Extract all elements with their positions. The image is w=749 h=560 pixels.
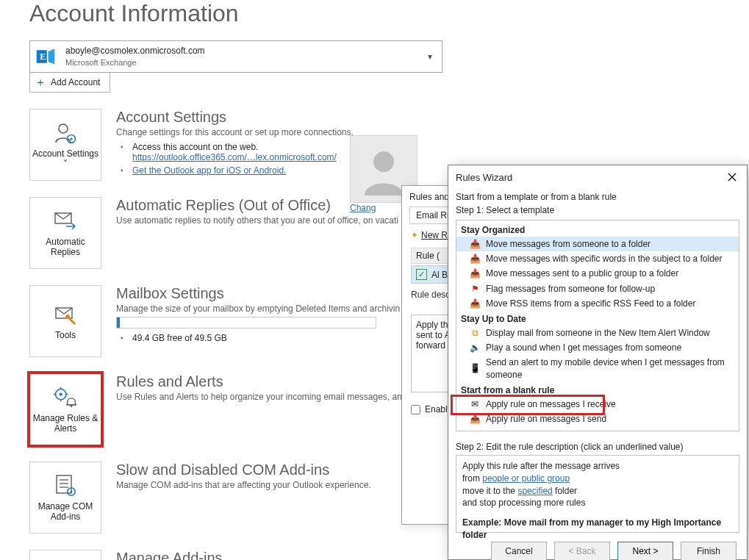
- item-play-sound[interactable]: 🔈 Play a sound when I get messages from …: [456, 340, 739, 355]
- settings-app-link[interactable]: Get the Outlook app for iOS or Android.: [132, 165, 286, 176]
- svg-text:E: E: [40, 51, 46, 62]
- enable-rules-checkbox[interactable]: [411, 405, 420, 414]
- manage-addins-tile[interactable]: [29, 550, 101, 560]
- page-title: Account Information: [29, 0, 749, 27]
- speaker-icon: 🔈: [470, 342, 480, 353]
- storage-free-label: 49.4 GB free of 49.5 GB: [132, 333, 227, 343]
- cat-stay-organized: Stay Organized: [461, 225, 734, 235]
- automatic-replies-tile[interactable]: Automatic Replies: [29, 197, 101, 269]
- svg-point-3: [59, 124, 68, 133]
- next-button[interactable]: Next >: [617, 542, 673, 560]
- svg-point-5: [70, 137, 72, 140]
- mailbox-tool-icon: [53, 302, 78, 327]
- item-move-rss[interactable]: 📥 Move RSS items from a specific RSS Fee…: [456, 296, 739, 311]
- add-account-label: Add Account: [51, 77, 100, 87]
- manage-rules-tile-label: Manage Rules & Alerts: [30, 413, 101, 434]
- flag-icon: ⚑: [470, 284, 480, 294]
- account-settings-heading: Account Settings: [116, 109, 749, 126]
- gear-bell-icon: [53, 385, 78, 410]
- item-apply-receive[interactable]: ✉ Apply rule on messages I receive: [456, 397, 739, 412]
- account-settings-tile[interactable]: Account Settings ˅: [29, 109, 101, 181]
- svg-point-8: [65, 315, 70, 319]
- svg-point-22: [71, 490, 73, 492]
- settings-owa-link[interactable]: https://outlook.office365.com/…lex.onmic…: [132, 152, 337, 162]
- item-send-alert[interactable]: 📱 Send an alert to my mobile device when…: [456, 355, 739, 381]
- account-email: aboyle@cosmolex.onmicrosoft.com: [65, 45, 418, 57]
- envelope-arrow-icon: [53, 209, 78, 234]
- account-settings-tile-label: Account Settings ˅: [30, 148, 101, 170]
- svg-point-10: [60, 392, 62, 395]
- mobile-alert-icon: 📱: [470, 364, 480, 374]
- storage-bar: [116, 317, 376, 329]
- checkmark-icon[interactable]: ✓: [416, 269, 427, 280]
- item-apply-send[interactable]: 📤 Apply rule on messages I send: [456, 412, 739, 426]
- sparkle-icon: ✦: [411, 230, 418, 240]
- item-move-group[interactable]: 📥 Move messages sent to a public group t…: [456, 266, 739, 281]
- link-specified-folder[interactable]: specified: [517, 486, 552, 496]
- list-gear-icon: [53, 473, 78, 498]
- tools-tile-label: Tools: [55, 330, 76, 340]
- svg-point-16: [71, 405, 73, 407]
- item-move-subject[interactable]: 📥 Move messages with specific words in t…: [456, 251, 739, 266]
- item-flag[interactable]: ⚑ Flag messages from someone for follow-…: [456, 281, 739, 296]
- envelope-send-icon: 📤: [470, 414, 480, 424]
- item-display-alert[interactable]: ⧉ Display mail from someone in the New I…: [456, 326, 739, 340]
- manage-com-addins-tile[interactable]: Manage COM Add-ins: [29, 462, 101, 534]
- close-icon: [728, 173, 737, 182]
- manage-com-addins-tile-label: Manage COM Add-ins: [30, 501, 101, 523]
- account-selector[interactable]: E aboyle@cosmolex.onmicrosoft.com Micros…: [29, 40, 442, 73]
- exchange-icon: E: [30, 41, 61, 72]
- cat-stay-uptodate: Stay Up to Date: [461, 314, 734, 324]
- account-settings-desc: Change settings for this account or set …: [116, 127, 749, 137]
- settings-bullet-web: Access this account on the web.: [132, 142, 258, 152]
- wizard-desc-box: Apply this rule after the message arrive…: [456, 455, 739, 533]
- automatic-replies-tile-label: Automatic Replies: [30, 237, 101, 258]
- change-profile-link[interactable]: Chang: [350, 203, 376, 213]
- link-people-group[interactable]: people or public group: [482, 473, 570, 484]
- wizard-step1-label: Step 1: Select a template: [456, 205, 739, 215]
- folder-move-icon: 📥: [470, 298, 480, 309]
- close-button[interactable]: [725, 170, 739, 184]
- cat-blank-rule: Start from a blank rule: [461, 385, 734, 395]
- alert-window-icon: ⧉: [470, 328, 480, 338]
- folder-move-icon: 📥: [470, 268, 480, 279]
- wizard-start-label: Start from a template or from a blank ru…: [456, 192, 739, 202]
- plus-icon: ＋: [35, 76, 46, 88]
- new-rule-button[interactable]: ✦ New R: [411, 230, 448, 240]
- cancel-button[interactable]: Cancel: [491, 542, 547, 560]
- account-type: Microsoft Exchange: [65, 57, 418, 68]
- tools-tile[interactable]: Tools: [29, 285, 101, 357]
- person-gear-icon: [53, 121, 78, 146]
- account-caret-icon[interactable]: ▾: [418, 51, 442, 62]
- folder-move-icon: 📥: [470, 239, 480, 249]
- rules-wizard-title: Rules Wizard: [456, 172, 512, 183]
- template-listbox[interactable]: Stay Organized 📥 Move messages from some…: [456, 220, 739, 431]
- manage-rules-tile[interactable]: Manage Rules & Alerts: [29, 373, 101, 445]
- svg-rect-17: [57, 475, 71, 493]
- finish-button[interactable]: Finish: [681, 542, 737, 560]
- back-button[interactable]: < Back: [554, 542, 610, 560]
- folder-move-icon: 📥: [470, 254, 480, 264]
- wizard-step2-label: Step 2: Edit the rule description (click…: [456, 442, 739, 452]
- envelope-icon: ✉: [470, 399, 480, 409]
- item-move-someone[interactable]: 📥 Move messages from someone to a folder: [456, 237, 739, 251]
- add-account-button[interactable]: ＋ Add Account: [29, 73, 110, 93]
- rules-wizard-dialog: Rules Wizard Start from a template or fr…: [448, 165, 748, 560]
